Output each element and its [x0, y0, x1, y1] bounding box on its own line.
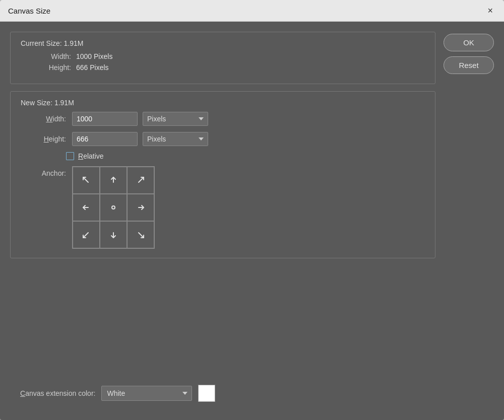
new-height-row: Height: Pixels Percent Inches Centimeter… — [21, 132, 425, 146]
current-size-section: Current Size: 1.91M Width: 1000 Pixels H… — [10, 32, 435, 84]
new-width-row: Width: Pixels Percent Inches Centimeters… — [21, 112, 425, 126]
color-swatch[interactable] — [198, 385, 215, 402]
current-height-row: Height: 666 Pixels — [21, 63, 425, 72]
dialog-body: Current Size: 1.91M Width: 1000 Pixels H… — [0, 22, 504, 420]
dialog-title: Canvas Size — [8, 7, 50, 15]
new-size-section: New Size: 1.91M Width: Pixels Percent In… — [10, 91, 435, 258]
anchor-top-left[interactable] — [73, 167, 100, 194]
anchor-middle-right[interactable] — [127, 194, 154, 221]
svg-point-4 — [112, 206, 115, 209]
anchor-top-right[interactable] — [127, 167, 154, 194]
svg-line-0 — [83, 177, 88, 182]
anchor-top-center[interactable] — [100, 167, 127, 194]
width-input[interactable] — [72, 112, 138, 126]
svg-line-6 — [83, 233, 88, 238]
anchor-center[interactable] — [100, 194, 127, 221]
main-content: Current Size: 1.91M Width: 1000 Pixels H… — [10, 32, 494, 258]
extension-color-label: Canvas extension color: — [20, 389, 95, 397]
anchor-bottom-center[interactable] — [100, 221, 127, 248]
height-unit-select[interactable]: Pixels Percent Inches Centimeters Millim… — [143, 132, 208, 146]
current-width-value: 1000 Pixels — [76, 52, 112, 60]
right-panel: OK Reset — [444, 32, 494, 258]
anchor-bottom-left[interactable] — [73, 221, 100, 248]
relative-row: Relative — [21, 152, 425, 160]
title-bar: Canvas Size × — [0, 0, 504, 22]
width-unit-select[interactable]: Pixels Percent Inches Centimeters Millim… — [143, 112, 208, 126]
anchor-middle-left[interactable] — [73, 194, 100, 221]
anchor-grid — [72, 166, 155, 249]
new-width-label: Width: — [21, 115, 66, 123]
canvas-size-dialog: Canvas Size × Current Size: 1.91M Width:… — [0, 0, 504, 420]
anchor-label: Anchor: — [21, 166, 66, 177]
new-height-label: Height: — [21, 135, 66, 143]
relative-checkbox[interactable] — [66, 152, 74, 160]
anchor-bottom-right[interactable] — [127, 221, 154, 248]
current-height-value: 666 Pixels — [76, 63, 109, 72]
new-size-title: New Size: 1.91M — [21, 99, 425, 107]
current-height-label: Height: — [36, 63, 71, 72]
reset-button[interactable]: Reset — [444, 56, 494, 74]
svg-line-8 — [139, 233, 144, 238]
left-panel: Current Size: 1.91M Width: 1000 Pixels H… — [10, 32, 435, 258]
current-size-title: Current Size: 1.91M — [21, 39, 425, 47]
anchor-row: Anchor: — [21, 166, 425, 249]
extension-color-select[interactable]: White Background Foreground Black Gray O… — [101, 386, 192, 401]
close-button[interactable]: × — [484, 5, 496, 16]
height-input[interactable] — [72, 132, 138, 146]
ok-button[interactable]: OK — [444, 34, 494, 51]
extension-dropdown-wrapper: White Background Foreground Black Gray O… — [101, 386, 192, 401]
current-width-row: Width: 1000 Pixels — [21, 52, 425, 60]
relative-label[interactable]: Relative — [78, 152, 104, 160]
svg-line-2 — [139, 177, 144, 182]
current-width-label: Width: — [36, 52, 71, 60]
bottom-bar: Canvas extension color: White Background… — [10, 377, 494, 410]
